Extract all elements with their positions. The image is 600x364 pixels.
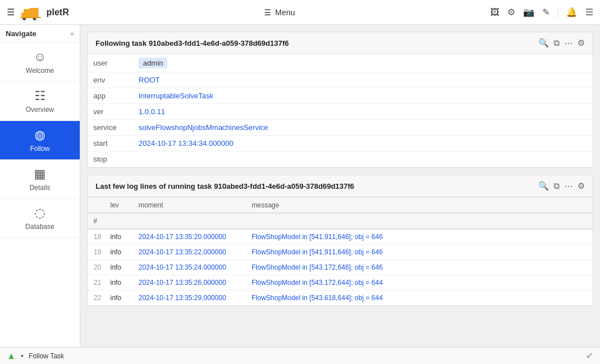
task-field-label: env — [88, 72, 133, 88]
task-field-label: start — [88, 136, 133, 151]
sidebar: Navigate « ☺ Welcome ☷ Overview ◍ Follow… — [0, 25, 80, 347]
more-icon[interactable]: ⋯ — [564, 38, 573, 48]
app-name: pletR — [46, 7, 69, 18]
log-expand-icon[interactable]: ⧉ — [554, 181, 560, 191]
log-row-num: 21 — [88, 275, 105, 291]
sidebar-collapse-icon[interactable]: « — [70, 30, 74, 38]
log-row-moment[interactable]: 2024-10-17 13:35:24.000000 — [133, 260, 246, 275]
log-settings-icon[interactable]: ⚙ — [577, 181, 585, 191]
menu-lines-icon: ☰ — [264, 8, 271, 17]
log-table-row: 19info2024-10-17 13:35:22.000000FlowShop… — [88, 245, 593, 260]
status-bar-triangle-icon: ▲ — [7, 351, 16, 361]
status-bar-right-icon[interactable]: ✔ — [586, 350, 593, 361]
log-table-hash-row: # — [88, 213, 593, 229]
task-field-row: start2024-10-17 13:34:34.000000 — [88, 136, 593, 151]
log-table-header-row: lev moment message — [88, 198, 593, 214]
sidebar-item-database[interactable]: ◌ Database — [0, 199, 80, 238]
task-field-value — [133, 151, 593, 167]
col-hash-lev — [105, 213, 133, 229]
database-icon: ◌ — [34, 206, 45, 220]
sidebar-item-welcome[interactable]: ☺ Welcome — [0, 43, 80, 82]
task-field-row: useradmin — [88, 54, 593, 72]
log-row-moment[interactable]: 2024-10-17 13:35:20.000000 — [133, 229, 246, 245]
log-panel: Last few log lines of running task 910ab… — [87, 175, 593, 306]
log-table: lev moment message # 18info2024-10-17 13… — [88, 197, 593, 306]
task-field-row: envROOT — [88, 72, 593, 88]
task-field-value[interactable]: 1.0.0.11 — [133, 104, 593, 120]
log-panel-actions: 🔍 ⧉ ⋯ ⚙ — [538, 181, 585, 191]
status-bar-label: Follow Task — [29, 352, 64, 360]
menu-label: Menu — [275, 8, 295, 17]
sidebar-item-label-details: Details — [29, 184, 50, 192]
task-field-value[interactable]: solveFlowshopNjobsMmachinesService — [133, 120, 593, 136]
search-icon[interactable]: 🔍 — [538, 38, 549, 48]
task-field-value: admin — [133, 54, 593, 72]
log-row-moment[interactable]: 2024-10-17 13:35:22.000000 — [133, 245, 246, 260]
task-field-value[interactable]: 2024-10-17 13:34:34.000000 — [133, 136, 593, 151]
log-search-icon[interactable]: 🔍 — [538, 181, 549, 191]
log-row-moment[interactable]: 2024-10-17 13:35:26.000000 — [133, 275, 246, 291]
log-table-row: 22info2024-10-17 13:35:29.000000FlowShop… — [88, 291, 593, 306]
col-header-message: message — [246, 198, 593, 214]
sidebar-item-label-welcome: Welcome — [26, 67, 54, 75]
svg-rect-1 — [24, 9, 29, 14]
sidebar-title: Navigate — [6, 29, 36, 38]
follow-icon: ◍ — [34, 128, 45, 142]
log-row-lev: info — [105, 260, 133, 275]
log-row-message[interactable]: FlowShopModel in [541.911,646]; obj = 64… — [246, 229, 593, 245]
sidebar-item-label-database: Database — [25, 223, 54, 231]
task-field-label: stop — [88, 151, 133, 167]
logo — [20, 5, 41, 20]
log-table-row: 21info2024-10-17 13:35:26.000000FlowShop… — [88, 275, 593, 291]
camera-icon[interactable]: 📷 — [523, 7, 534, 18]
task-field-label: app — [88, 88, 133, 104]
task-info-table: useradminenvROOTappInterruptableSolveTas… — [88, 54, 593, 167]
log-row-num: 19 — [88, 245, 105, 260]
toolbar-divider — [558, 7, 558, 18]
log-row-lev: info — [105, 291, 133, 306]
log-row-message[interactable]: FlowShopModel in [541.911,646]; obj = 64… — [246, 245, 593, 260]
settings-icon[interactable]: ⚙ — [577, 38, 585, 48]
sidebar-item-details[interactable]: ▦ Details — [0, 160, 80, 199]
log-row-num: 18 — [88, 229, 105, 245]
log-body: lev moment message # 18info2024-10-17 13… — [88, 197, 593, 306]
log-row-lev: info — [105, 229, 133, 245]
content-area: Following task 910abed3-fdd1-4e6d-a059-3… — [80, 25, 600, 347]
task-info-body: useradminenvROOTappInterruptableSolveTas… — [88, 54, 593, 167]
sidebar-item-label-overview: Overview — [25, 106, 54, 114]
log-row-moment[interactable]: 2024-10-17 13:35:29.000000 — [133, 291, 246, 306]
log-panel-header: Last few log lines of running task 910ab… — [88, 175, 593, 197]
monitor-icon[interactable]: 🖼 — [490, 7, 499, 18]
task-field-row: ver1.0.0.11 — [88, 104, 593, 120]
top-bar-left: ☰ pletR — [7, 5, 69, 20]
status-bar: ▲ ‣ Follow Task ✔ — [0, 347, 600, 364]
task-field-label: user — [88, 54, 133, 72]
expand-icon[interactable]: ⧉ — [554, 38, 560, 48]
col-header-num — [88, 198, 105, 214]
log-more-icon[interactable]: ⋯ — [564, 181, 573, 191]
col-hash-moment — [133, 213, 246, 229]
task-field-label: service — [88, 120, 133, 136]
log-row-message[interactable]: FlowShopModel in [543.172,644]; obj = 64… — [246, 275, 593, 291]
log-row-message[interactable]: FlowShopModel in [543.618,644]; obj = 64… — [246, 291, 593, 306]
gear-icon[interactable]: ⚙ — [507, 7, 515, 18]
task-field-label: ver — [88, 104, 133, 120]
hamburger-icon[interactable]: ☰ — [7, 7, 15, 18]
sidebar-item-follow[interactable]: ◍ Follow — [0, 121, 80, 160]
log-row-message[interactable]: FlowShopModel in [543.172,646]; obj = 64… — [246, 260, 593, 275]
status-bar-arrow: ‣ — [20, 352, 24, 360]
menu-button[interactable]: ☰ Menu — [264, 8, 295, 17]
sidebar-item-overview[interactable]: ☷ Overview — [0, 82, 80, 121]
welcome-icon: ☺ — [33, 50, 46, 64]
log-row-lev: info — [105, 275, 133, 291]
log-table-row: 20info2024-10-17 13:35:24.000000FlowShop… — [88, 260, 593, 275]
log-row-lev: info — [105, 245, 133, 260]
top-bar-right: 🖼 ⚙ 📷 ✎ 🔔 ☰ — [490, 7, 593, 18]
task-field-row: stop — [88, 151, 593, 167]
task-panel: Following task 910abed3-fdd1-4e6d-a059-3… — [87, 32, 593, 168]
sliders-icon[interactable]: ☰ — [585, 7, 593, 18]
pencil-icon[interactable]: ✎ — [542, 7, 550, 18]
bell-icon[interactable]: 🔔 — [566, 7, 577, 18]
task-field-value[interactable]: InterruptableSolveTask — [133, 88, 593, 104]
task-field-value[interactable]: ROOT — [133, 72, 593, 88]
